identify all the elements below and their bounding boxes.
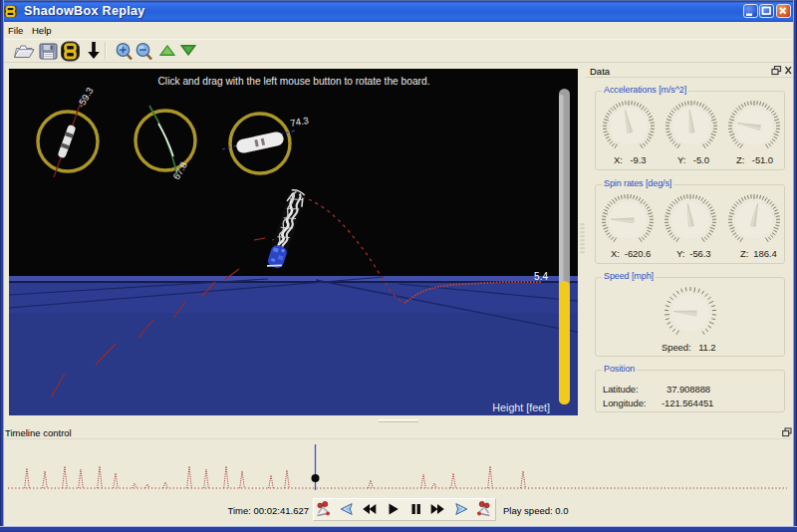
svg-text:5.4: 5.4	[534, 271, 548, 282]
svg-text:Click and drag with the left m: Click and drag with the left mouse butto…	[158, 76, 430, 87]
svg-text:74.3: 74.3	[289, 115, 309, 129]
svg-text:Height [feet]: Height [feet]	[492, 401, 550, 413]
svg-text:-59.3: -59.3	[75, 86, 95, 110]
